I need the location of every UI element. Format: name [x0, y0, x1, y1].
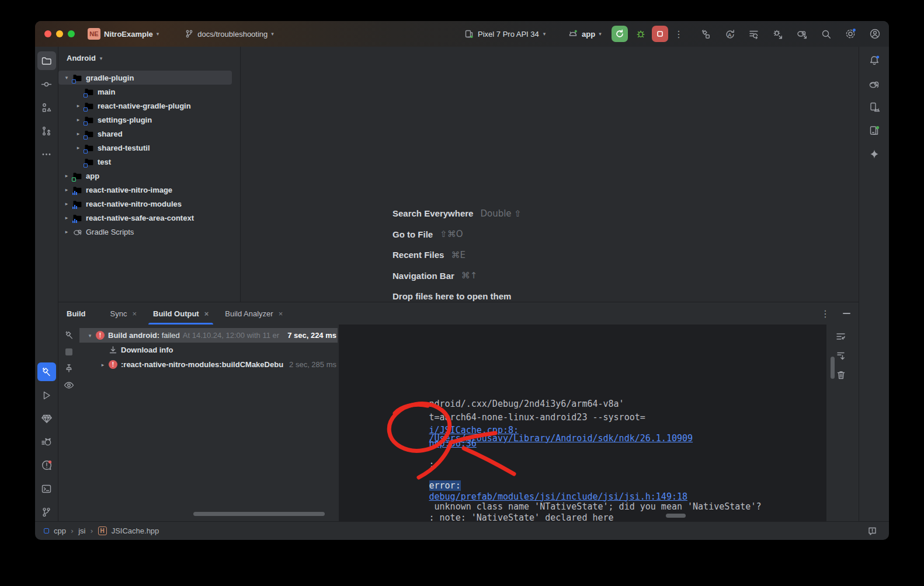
horizontal-scrollbar[interactable] [666, 514, 686, 518]
project-tree-row[interactable]: test [58, 155, 232, 169]
shortcut-row: Search Everywhere Double ⇧ [392, 203, 522, 224]
maximize-window-button[interactable] [68, 30, 75, 37]
pin-icon[interactable] [64, 364, 74, 373]
status-bar: cpp › jsi › H JSICache.hpp [35, 521, 889, 540]
search-icon[interactable] [821, 28, 832, 40]
project-tree-row[interactable]: ▾ gradle-plugin [58, 71, 232, 85]
breadcrumb-item[interactable]: jsi [78, 526, 85, 535]
device-selector[interactable]: Pixel 7 Pro API 34 ▾ [464, 29, 546, 39]
running-devices-tool-button[interactable] [865, 121, 884, 140]
build-icon[interactable] [700, 28, 711, 40]
build-tab[interactable]: Sync × [102, 302, 145, 325]
close-tab-icon[interactable]: × [204, 309, 209, 318]
gemini-tool-button[interactable] [865, 145, 884, 163]
project-widget[interactable]: NE NitroExample ▾ [88, 28, 159, 40]
project-tree-row[interactable]: main [58, 85, 232, 99]
account-icon[interactable] [869, 28, 881, 40]
notifications-tool-button[interactable] [865, 51, 884, 70]
tree-expand-icon[interactable]: ▾ [85, 333, 95, 339]
hide-panel-icon[interactable] [843, 313, 850, 314]
close-tab-icon[interactable]: × [279, 309, 283, 318]
soft-wrap-icon[interactable] [836, 332, 846, 341]
vertical-scrollbar[interactable] [831, 357, 835, 379]
project-tree-row[interactable]: ▸ Gradle Scripts [58, 225, 232, 239]
version-control-tool-button[interactable] [37, 503, 56, 521]
build-tree-row[interactable]: ! Download info [79, 343, 338, 357]
tree-expand-icon[interactable]: ▸ [74, 131, 83, 137]
panel-options-icon[interactable]: ⋮ [821, 308, 830, 319]
project-tree-row[interactable]: ▸ react-native-nitro-modules [58, 197, 232, 211]
run-tool-button[interactable] [37, 386, 56, 404]
device-manager-tool-button[interactable] [865, 98, 884, 117]
attach-debugger-icon[interactable] [772, 28, 783, 40]
scroll-to-end-icon[interactable] [836, 351, 846, 361]
project-tool-button[interactable] [37, 51, 56, 70]
rerun-build-icon[interactable] [64, 330, 74, 340]
rerun-icon [615, 29, 624, 39]
build-tab[interactable]: Build Output × [145, 302, 217, 325]
problems-tool-button[interactable] [37, 456, 56, 475]
run-configuration-selector[interactable]: app ▾ [568, 29, 602, 39]
horizontal-scrollbar[interactable] [193, 512, 325, 516]
build-tree-row[interactable]: ▸ ! :react-native-nitro-modules:buildCMa… [79, 357, 338, 372]
error-icon: ! [109, 360, 117, 369]
breadcrumb-item[interactable]: JSICache.hpp [112, 526, 159, 535]
rerun-button[interactable] [612, 26, 628, 42]
close-tab-icon[interactable]: × [132, 309, 137, 318]
inspect-eye-icon[interactable] [64, 381, 74, 389]
tree-expand-icon[interactable]: ▸ [62, 201, 71, 207]
build-tab[interactable]: Build Analyzer × [217, 302, 291, 325]
project-tree-row[interactable]: ▸ react-native-gradle-plugin [58, 99, 232, 113]
structure-tool-button[interactable] [37, 98, 56, 117]
profiler-icon[interactable] [748, 28, 759, 40]
clear-console-icon[interactable] [836, 370, 846, 380]
terminal-tool-button[interactable] [37, 479, 56, 498]
shortcut-row: Recent Files ⌘E [392, 245, 522, 266]
project-view-label: Android [67, 54, 96, 62]
tree-expand-icon[interactable]: ▾ [62, 75, 71, 81]
tree-expand-icon[interactable]: ▸ [98, 362, 107, 368]
project-tree-row[interactable]: ▸ shared [58, 127, 232, 141]
pull-requests-icon [41, 125, 52, 137]
apply-changes-icon[interactable]: A [724, 28, 735, 40]
logcat-tool-button[interactable] [37, 432, 56, 451]
project-tree-row[interactable]: ▸ shared-testutil [58, 141, 232, 155]
tree-expand-icon[interactable]: ▸ [62, 215, 71, 221]
branch-widget[interactable]: docs/troubleshooting ▾ [185, 29, 274, 39]
title-bar-actions: A [700, 28, 881, 40]
project-tree-row[interactable]: ▸ settings-plugin [58, 113, 232, 127]
build-panel-controls: ⋮ [821, 308, 850, 319]
build-tool-button[interactable] [37, 362, 56, 381]
folder-icon [84, 88, 94, 96]
app-quality-insights-tool-button[interactable] [37, 409, 56, 428]
project-tree-row[interactable]: ▸ app [58, 169, 232, 183]
more-actions-icon[interactable]: ⋮ [674, 29, 683, 40]
debug-button[interactable] [633, 26, 649, 42]
more-tool-windows-button[interactable] [37, 145, 56, 163]
settings-icon[interactable] [845, 28, 856, 40]
close-window-button[interactable] [44, 30, 51, 37]
project-tree-row[interactable]: ▸ react-native-nitro-image [58, 183, 232, 197]
breadcrumb-item[interactable]: cpp [54, 526, 66, 535]
stop-button[interactable] [652, 26, 668, 42]
tree-expand-icon[interactable]: ▸ [62, 229, 71, 235]
tree-expand-icon[interactable]: ▸ [74, 117, 83, 123]
sync-gradle-icon[interactable] [796, 28, 808, 40]
logcat-cat-icon [41, 437, 53, 448]
problems-icon [41, 459, 53, 471]
tree-expand-icon[interactable]: ▸ [74, 145, 83, 151]
tree-expand-icon[interactable]: ▸ [62, 187, 71, 193]
build-console[interactable]: ndroid/.cxx/Debug/2nd4i3y6/arm64-v8a' t=… [339, 325, 826, 521]
event-log-icon[interactable] [867, 526, 877, 536]
project-tree-label: react-native-safe-area-context [86, 214, 194, 222]
build-tree-row[interactable]: ▾ ! Build android: failed At 14.10.24, 1… [79, 328, 338, 343]
project-view-selector[interactable]: Android ▾ [58, 47, 240, 68]
gradle-tool-button[interactable] [865, 75, 884, 93]
tree-expand-icon[interactable]: ▸ [74, 103, 83, 109]
minimize-window-button[interactable] [56, 30, 63, 37]
project-tree-row[interactable]: ▸ react-native-safe-area-context [58, 211, 232, 225]
build-task-duration: 7 sec, 224 ms [287, 331, 338, 340]
commit-tool-button[interactable] [37, 75, 56, 93]
tree-expand-icon[interactable]: ▸ [62, 173, 71, 179]
pull-requests-tool-button[interactable] [37, 121, 56, 140]
